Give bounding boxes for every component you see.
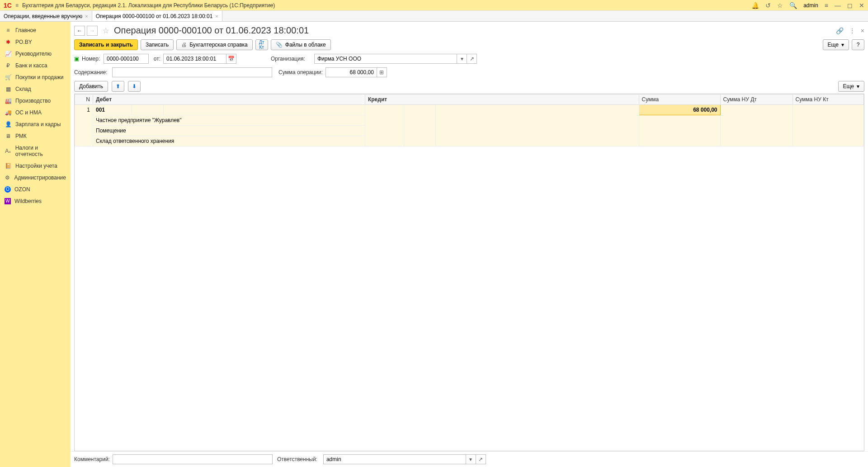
cell-credit-b2[interactable] (404, 105, 435, 146)
cell-nu-kt[interactable] (793, 105, 863, 146)
tab-label: Операция 0000-000100 от 01.06.2023 18:00… (96, 13, 213, 19)
tax-icon: Aₓ (5, 148, 12, 154)
link-icon[interactable]: 🔗 (836, 27, 844, 34)
close-page-icon[interactable]: × (861, 27, 864, 34)
move-down-button[interactable]: ⬇ (128, 81, 141, 92)
tab-close-icon[interactable]: × (215, 14, 218, 19)
nav-back-button[interactable]: ← (74, 26, 85, 36)
history-icon[interactable]: ↺ (765, 2, 771, 9)
org-label: Организация: (271, 56, 311, 62)
move-up-button[interactable]: ⬆ (112, 81, 124, 92)
calculator-icon[interactable]: ⊞ (377, 67, 387, 77)
col-credit[interactable]: Кредит (365, 94, 639, 105)
dropdown-icon[interactable]: ▾ (457, 54, 467, 64)
cell-subconto3[interactable]: Склад ответсвенного хранения (93, 136, 365, 146)
tab-close-icon[interactable]: × (85, 14, 88, 19)
sidebar-label: Склад (15, 86, 31, 92)
bell-icon[interactable]: 🔔 (751, 2, 759, 9)
dtkt-icon: ДтКт (259, 40, 264, 50)
sidebar-item-accounting-settings[interactable]: 📔Настройки учета (0, 160, 71, 172)
add-row-button[interactable]: Добавить (74, 81, 108, 92)
cell-debit-b2[interactable] (132, 105, 164, 115)
titlebar: 1C ≡ Бухгалтерия для Беларуси, редакция … (0, 0, 868, 11)
content-input[interactable] (112, 67, 272, 77)
sidebar-item-taxes[interactable]: AₓНалоги и отчетность (0, 142, 71, 160)
cell-nu-dt[interactable] (720, 105, 793, 146)
more-button[interactable]: Еще ▾ (823, 39, 849, 50)
col-sum[interactable]: Сумма (639, 94, 720, 105)
sidebar-item-administration[interactable]: ⚙Администрирование (0, 172, 71, 184)
cell-sum-empty[interactable] (639, 115, 720, 146)
star-icon[interactable]: ☆ (777, 2, 783, 9)
sidebar-item-assets[interactable]: 🚚ОС и НМА (0, 107, 71, 118)
sidebar-label: Покупки и продажи (15, 74, 64, 80)
cell-debit-account[interactable]: 001 (93, 105, 132, 115)
tab-operations-manual[interactable]: Операции, введенные вручную × (0, 11, 92, 21)
hamburger-icon[interactable]: ≡ (15, 2, 19, 9)
table-row[interactable]: 1 001 68 000,00 (75, 105, 864, 115)
chevron-down-icon: ▾ (857, 83, 859, 90)
page-header: ← → ☆ Операция 0000-000100 от 01.06.2023… (71, 22, 868, 38)
col-nu-kt[interactable]: Сумма НУ Кт (793, 94, 863, 105)
button-label: Бухгалтерская справка (189, 42, 248, 48)
sidebar-item-main[interactable]: ≡Главное (0, 24, 71, 36)
more-vertical-icon[interactable]: ⋮ (849, 27, 855, 34)
minimize-icon[interactable]: — (835, 2, 841, 9)
cell-n[interactable]: 1 (75, 105, 93, 146)
sum-input[interactable] (326, 67, 377, 77)
page-title: Операция 0000-000100 от 01.06.2023 18:00… (114, 25, 834, 36)
date-input[interactable] (163, 54, 226, 64)
cell-credit-account[interactable] (365, 105, 404, 146)
sidebar-item-poby[interactable]: ✱PO.BY (0, 36, 71, 48)
logo-1c: 1C (4, 2, 12, 9)
sidebar-item-ozon[interactable]: OOZON (0, 184, 71, 195)
open-icon[interactable]: ↗ (476, 454, 486, 464)
col-nu-dt[interactable]: Сумма НУ Дт (720, 94, 793, 105)
sidebar-item-purchases[interactable]: 🛒Покупки и продажи (0, 71, 71, 83)
help-button[interactable]: ? (852, 39, 864, 50)
sidebar-item-production[interactable]: 🏭Производство (0, 95, 71, 107)
maximize-icon[interactable]: ◻ (847, 2, 853, 9)
save-close-button[interactable]: Записать и закрыть (74, 39, 138, 50)
cell-subconto1[interactable]: Частное предприятие "Журавлев" (93, 115, 365, 126)
ruble-icon: ₽ (5, 62, 12, 69)
calendar-icon[interactable]: 📅 (226, 54, 236, 64)
dt-kt-button[interactable]: ДтКт (255, 39, 268, 50)
settings-icon[interactable]: ≡ (825, 2, 828, 9)
sidebar-item-rmk[interactable]: 🖥РМК (0, 130, 71, 142)
tab-operation-detail[interactable]: Операция 0000-000100 от 01.06.2023 18:00… (92, 11, 222, 21)
sidebar-item-manager[interactable]: 📈Руководителю (0, 48, 71, 60)
cell-debit-b3[interactable] (164, 105, 365, 115)
favorite-star-icon[interactable]: ☆ (102, 26, 109, 36)
cell-credit-b3[interactable] (435, 105, 639, 146)
sidebar-label: Wildberries (14, 198, 42, 204)
toolbar: Записать и закрыть Записать 🖨Бухгалтерск… (71, 38, 868, 52)
accounting-note-button[interactable]: 🖨Бухгалтерская справка (176, 39, 253, 50)
sidebar-item-wildberries[interactable]: WWildberries (0, 195, 71, 207)
entries-table[interactable]: N Дебет Кредит Сумма Сумма НУ Дт Сумма Н… (74, 94, 864, 451)
org-input[interactable] (314, 54, 457, 64)
open-icon[interactable]: ↗ (467, 54, 477, 64)
search-icon[interactable]: 🔍 (789, 2, 797, 9)
files-cloud-button[interactable]: 📎Файлы в облаке (271, 39, 331, 50)
comment-input[interactable] (113, 454, 273, 464)
button-label: Еще (828, 42, 839, 48)
dropdown-icon[interactable]: ▾ (466, 454, 476, 464)
sidebar-item-bank[interactable]: ₽Банк и касса (0, 60, 71, 71)
number-input[interactable] (104, 54, 149, 64)
col-debit[interactable]: Дебет (93, 94, 365, 105)
cell-sum[interactable]: 68 000,00 (639, 105, 720, 115)
sidebar-item-salary[interactable]: 👤Зарплата и кадры (0, 118, 71, 130)
user-name[interactable]: admin (803, 2, 818, 9)
nav-forward-button[interactable]: → (87, 26, 98, 36)
cell-subconto2[interactable]: Помещение (93, 126, 365, 136)
sidebar-label: PO.BY (15, 39, 32, 45)
sidebar-item-warehouse[interactable]: ▦Склад (0, 83, 71, 95)
table-more-button[interactable]: Еще ▾ (838, 81, 864, 92)
form-row-number: ▣ Номер: от: 📅 Организация: ▾ ↗ (71, 52, 868, 66)
col-n[interactable]: N (75, 94, 93, 105)
resp-input[interactable] (323, 454, 466, 464)
printer-icon: 🖨 (181, 42, 187, 48)
save-button[interactable]: Записать (141, 39, 174, 50)
close-icon[interactable]: ✕ (859, 2, 864, 9)
